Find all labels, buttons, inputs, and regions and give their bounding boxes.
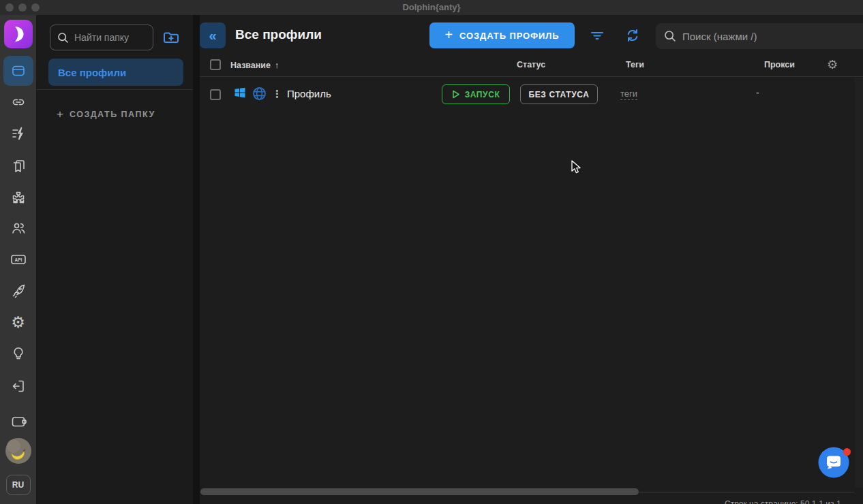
link-icon — [10, 94, 27, 110]
panel-seam — [193, 15, 200, 504]
table-header: Название↑ Статус Теги Прокси ⚙ — [200, 56, 863, 77]
logout-icon — [10, 378, 27, 394]
collapse-sidebar-button[interactable]: « — [200, 22, 226, 48]
automation-icon — [10, 125, 27, 142]
column-header-status[interactable]: Статус — [517, 60, 545, 69]
dolphin-logo-icon[interactable] — [4, 20, 33, 48]
sidebar-item-api[interactable]: API — [10, 251, 27, 268]
column-header-tags[interactable]: Теги — [626, 60, 644, 69]
select-all-checkbox[interactable] — [210, 59, 221, 70]
column-header-proxy[interactable]: Прокси — [764, 60, 795, 69]
chat-bubble-icon — [817, 445, 852, 481]
create-folder-button[interactable]: + СОЗДАТЬ ПАПКУ — [57, 106, 155, 123]
sidebar-item-proxies[interactable] — [10, 94, 27, 110]
folder-item-all-profiles[interactable]: Все профили — [48, 59, 183, 86]
row-checkbox[interactable] — [210, 89, 221, 100]
minimize-window-button[interactable] — [18, 3, 27, 12]
window-title: Dolphin{anty} — [0, 0, 863, 15]
titlebar: Dolphin{anty} — [0, 0, 863, 15]
search-icon — [664, 30, 676, 42]
dolphin-glyph — [4, 20, 33, 48]
search-icon — [57, 32, 69, 44]
profile-search[interactable] — [656, 23, 863, 49]
refresh-icon — [624, 27, 641, 44]
gear-icon: ⚙ — [11, 315, 25, 330]
horizontal-scrollbar-thumb[interactable] — [200, 488, 639, 495]
support-chat-button[interactable] — [817, 445, 852, 481]
sidebar-item-statistics[interactable] — [10, 283, 27, 299]
chevron-double-left-icon: « — [209, 28, 216, 44]
profile-search-input[interactable] — [682, 31, 855, 42]
sidebar-item-ideas[interactable] — [10, 345, 27, 362]
globe-icon — [252, 86, 267, 101]
play-icon — [452, 90, 460, 99]
profile-name: Профиль — [287, 88, 331, 99]
svg-text:API: API — [14, 257, 22, 262]
vertical-scrollbar-track[interactable] — [855, 78, 863, 488]
wallet-icon — [10, 413, 27, 430]
folder-search[interactable] — [50, 25, 153, 50]
filter-icon — [589, 27, 605, 44]
mouse-cursor — [569, 159, 583, 175]
windows-icon — [234, 86, 246, 99]
sidebar-item-notes[interactable] — [10, 158, 27, 174]
table-settings-button[interactable]: ⚙ — [827, 57, 838, 72]
sidebar-item-automation[interactable] — [10, 125, 27, 142]
close-window-button[interactable] — [5, 3, 14, 12]
icon-rail: API ⚙ — [0, 15, 36, 504]
rocket-icon — [10, 283, 27, 299]
refresh-button[interactable] — [624, 27, 641, 44]
sidebar-item-logout[interactable] — [10, 378, 27, 394]
pages-icon — [10, 158, 27, 174]
divider — [36, 89, 193, 90]
zoom-window-button[interactable] — [31, 3, 40, 12]
browser-window-icon — [10, 63, 27, 79]
tags-link[interactable]: теги — [620, 89, 637, 100]
api-icon: API — [10, 251, 27, 268]
create-profile-label: СОЗДАТЬ ПРОФИЛЬ — [459, 31, 560, 41]
filter-button[interactable] — [589, 27, 605, 44]
row-menu-button[interactable]: ⋮ — [272, 88, 282, 100]
folders-panel: Все профили + СОЗДАТЬ ПАПКУ — [36, 15, 193, 504]
plus-icon: + — [444, 27, 453, 43]
main-panel: « Все профили + СОЗДАТЬ ПРОФИЛЬ — [200, 15, 863, 504]
pagination-text: Строк на странице: 50 1-1 из 1 — [725, 499, 854, 504]
puzzle-icon — [10, 189, 27, 206]
language-switcher[interactable]: RU — [6, 475, 31, 495]
create-profile-button[interactable]: + СОЗДАТЬ ПРОФИЛЬ — [429, 22, 575, 48]
gear-icon: ⚙ — [827, 58, 838, 72]
profile-status-button[interactable]: БЕЗ СТАТУСА — [520, 84, 598, 104]
folder-plus-icon — [162, 29, 180, 46]
sidebar-item-team[interactable] — [10, 220, 27, 236]
avatar-banana-image — [5, 438, 31, 464]
add-folder-button[interactable] — [162, 29, 181, 46]
sort-asc-icon: ↑ — [275, 60, 279, 70]
users-icon — [10, 220, 27, 236]
create-folder-label: СОЗДАТЬ ПАПКУ — [70, 110, 155, 119]
sidebar-item-settings[interactable]: ⚙ — [11, 315, 25, 330]
page-title: Все профили — [235, 27, 322, 42]
column-header-name[interactable]: Название↑ — [230, 60, 279, 70]
folder-search-input[interactable] — [74, 32, 146, 43]
table-row[interactable]: ⋮ Профиль ЗАПУСК БЕЗ СТАТУСА теги - — [200, 78, 863, 112]
user-avatar[interactable] — [5, 438, 31, 464]
sidebar-item-extensions[interactable] — [10, 189, 27, 206]
sidebar-item-subscription[interactable] — [10, 413, 27, 430]
launch-profile-button[interactable]: ЗАПУСК — [442, 84, 510, 104]
sidebar-item-profiles[interactable] — [3, 56, 33, 86]
proxy-value: - — [756, 87, 759, 98]
language-label: RU — [12, 480, 24, 490]
lightbulb-icon — [10, 345, 27, 362]
plus-icon: + — [57, 108, 63, 121]
folder-item-label: Все профили — [58, 67, 126, 78]
